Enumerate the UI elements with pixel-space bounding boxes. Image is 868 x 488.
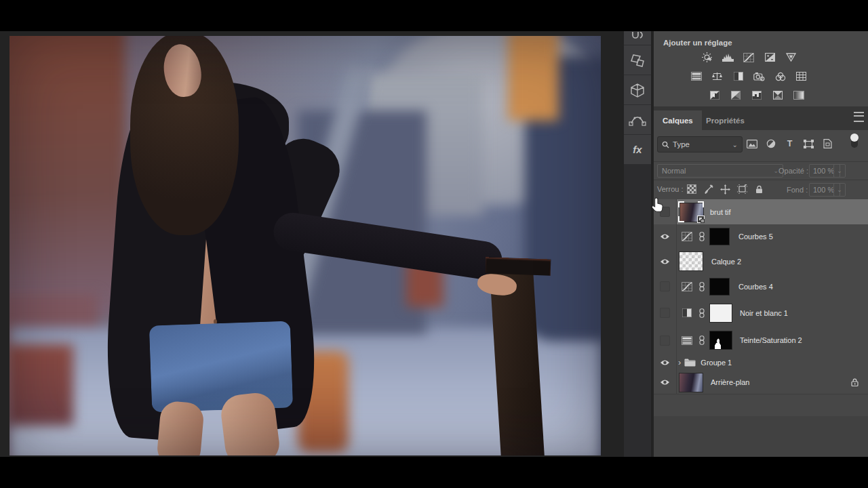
filter-toggle-switch[interactable] [850,134,859,148]
dock-paths-button[interactable] [624,105,651,135]
color-balance-icon[interactable] [711,71,724,81]
cube-3d-icon [629,82,646,98]
visibility-toggle[interactable] [654,224,677,249]
layer-name: Groupe 1 [701,359,732,367]
filter-smart-objects-icon[interactable] [822,138,833,149]
tab-proprietes[interactable]: Propriétés [697,110,753,130]
clipped-panel-icon [630,32,645,44]
blend-mode-select[interactable]: Normal ⌄ [657,164,783,178]
lock-position-icon[interactable] [720,184,730,195]
dock-shapes-button[interactable] [624,45,651,75]
layer-row-teinte-saturation-2[interactable]: Teinte/Saturation 2 [654,327,868,354]
panel-menu-icon[interactable] [854,112,864,122]
tab-proprietes-label: Propriétés [706,117,745,125]
letterbox-top [0,0,868,31]
visibility-toggle[interactable] [654,327,677,354]
eye-off-box [660,336,670,346]
dock-partial-icon[interactable] [624,31,651,45]
visibility-toggle[interactable] [654,274,677,299]
visibility-toggle[interactable] [654,199,677,224]
black-white-icon[interactable] [732,71,745,81]
layer-thumbnail[interactable] [679,251,703,271]
vibrance-icon[interactable] [785,52,797,62]
group-expander-icon[interactable]: › [678,357,681,367]
brightness-contrast-icon[interactable] [701,52,713,62]
fx-icon: fx [633,144,642,155]
layer-name: Noir et blanc 1 [740,309,788,317]
blend-mode-row: Normal ⌄ Opacité : 100 % ⌄ [654,161,868,180]
layers-list: brut tif [654,199,868,416]
panel-icon-dock: fx [624,31,651,457]
photo-filter-icon[interactable] [753,71,766,81]
lock-all-icon[interactable] [754,184,764,195]
letterbox-bottom [0,457,868,488]
search-icon [662,141,669,148]
visibility-toggle[interactable] [654,371,677,394]
layer-mask-thumbnail[interactable] [709,304,732,323]
lock-pixels-icon[interactable] [703,184,713,195]
filter-type-dropdown[interactable]: Type ⌄ [657,136,743,152]
filter-type-layers-icon[interactable]: T [784,138,795,149]
exposure-icon[interactable] [764,52,776,62]
layer-mask-thumbnail[interactable] [709,331,732,350]
mask-link-icon [699,336,705,345]
gradient-map-icon[interactable] [793,90,805,100]
dock-3d-button[interactable] [624,75,651,105]
layer-thumbnail[interactable] [678,201,704,222]
lock-artboard-icon[interactable] [737,184,747,195]
black-white-adjustment-icon [681,308,693,317]
layer-row-groupe-1[interactable]: › Groupe 1 [654,354,868,371]
layer-name: Courbes 4 [738,283,773,291]
filter-pixel-layers-icon[interactable] [746,138,757,149]
filter-shape-layers-icon[interactable] [803,138,814,149]
invert-icon[interactable] [709,90,721,100]
layer-row-arriere-plan[interactable]: Arrière-plan [654,371,868,394]
visibility-toggle[interactable] [654,354,677,371]
fill-value: 100 % [813,186,834,194]
hue-saturation-icon[interactable] [690,71,703,81]
posterize-icon[interactable] [730,90,742,100]
threshold-icon[interactable] [751,90,763,100]
layer-name: Courbes 5 [738,232,773,241]
blend-mode-value: Normal [662,167,686,175]
color-lookup-icon[interactable] [795,71,808,81]
layer-lock-icon [851,378,859,387]
layer-mask-thumbnail[interactable] [709,228,730,245]
layer-row-noir-et-blanc-1[interactable]: Noir et blanc 1 [654,299,868,327]
lock-transparency-icon[interactable] [686,184,696,195]
layer-name: brut tif [710,208,731,216]
chevron-down-icon: ⌄ [773,167,778,174]
layer-filter-row: Type ⌄ T [654,130,868,162]
workspace: fx Ajouter un réglage [0,31,868,457]
mask-link-icon [699,282,705,291]
shapes-icon [629,52,646,68]
layer-thumbnail[interactable] [679,373,703,392]
bezier-path-icon [629,113,646,127]
dock-fx-button[interactable]: fx [624,135,651,165]
layer-row-courbes-5[interactable]: Courbes 5 [654,224,868,249]
curves-icon[interactable] [743,52,755,62]
filter-type-value: Type [673,140,690,148]
layers-panel-group: Ajouter un réglage [654,31,868,457]
lock-label: Verrou : [657,185,684,193]
selective-color-icon[interactable] [772,90,784,100]
channel-mixer-icon[interactable] [774,71,787,81]
curves-adjustment-icon [681,282,693,291]
tab-calques[interactable]: Calques [654,110,702,130]
layer-row-brut-tif[interactable]: brut tif [654,199,868,225]
layer-row-courbes-4[interactable]: Courbes 4 [654,274,868,300]
eye-off-box [660,308,670,318]
visibility-toggle[interactable] [654,249,677,274]
filter-adjustment-layers-icon[interactable] [765,138,776,149]
opacity-dropdown-icon[interactable]: ⌄ [833,164,846,178]
fill-dropdown-icon[interactable]: ⌄ [833,183,846,197]
layer-row-calque-2[interactable]: Calque 2 [654,249,868,274]
layer-name: Calque 2 [711,258,741,266]
layer-mask-thumbnail[interactable] [709,278,730,296]
adjustments-row-2 [675,71,822,81]
levels-icon[interactable] [722,52,734,62]
panel-tab-bar: Calques Propriétés [654,106,868,130]
eye-icon [660,379,670,386]
visibility-toggle[interactable] [654,299,677,327]
canvas-image[interactable] [9,36,601,455]
